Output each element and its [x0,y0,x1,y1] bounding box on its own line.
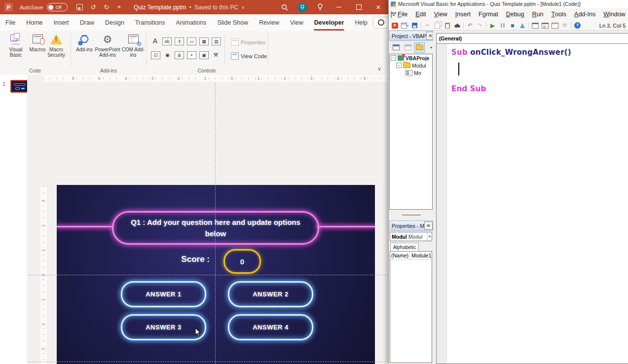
view-code-button[interactable]: View Code [231,52,267,60]
undo-icon[interactable]: ↶ [466,22,474,29]
tab-transitions[interactable]: Transitions [130,14,171,31]
dock-splitter[interactable] [389,210,433,220]
score-label[interactable]: Score : [146,255,210,264]
save-icon[interactable] [411,22,418,29]
insert-userform-icon[interactable]: ▾ [401,22,408,29]
collapse-ribbon-icon[interactable]: ∨ [377,66,381,72]
more-controls-icon[interactable]: ⚒ [212,51,220,58]
toolbox-icon[interactable]: ⚒ [561,22,568,29]
minimize-button[interactable] [329,0,349,14]
tab-developer[interactable]: Developer [309,14,349,31]
paste-icon[interactable] [443,22,451,29]
avatar[interactable] [294,0,311,14]
project-explorer-icon[interactable] [531,22,539,29]
tab-file[interactable]: File [0,14,21,31]
vba-menu-insert[interactable]: Insert [451,8,475,21]
design-mode-icon[interactable] [518,22,526,29]
tab-review[interactable]: Review [254,14,285,31]
vba-menu-view[interactable]: View [430,8,451,21]
scrollbar-control-icon[interactable]: ▤ [212,37,221,45]
break-icon[interactable] [499,22,506,29]
score-box[interactable]: 0 [223,249,261,274]
help-icon[interactable]: ? [574,22,581,29]
undo-icon[interactable]: ↺ [91,4,96,10]
code-margin-bar[interactable] [437,44,447,364]
document-title[interactable]: Quiz Template.pptm • Saved to this PC ∨ [134,4,245,11]
property-row-name[interactable]: (Name) Module1 [390,252,432,260]
slide-1-thumbnail[interactable] [10,80,29,93]
properties-button[interactable]: Properties [231,38,265,46]
view-code-icon[interactable] [391,42,401,53]
tab-slide-show[interactable]: Slide Show [212,14,254,31]
question-neon-line-left[interactable] [57,226,113,227]
tab-home[interactable]: Home [21,14,48,31]
tree-item-module1[interactable]: Mo [390,69,432,76]
search-icon[interactable] [276,0,294,14]
powerpoint-addins-button[interactable]: ⚙ PowerPoint Add-ins [94,33,121,58]
alphabetic-tab[interactable]: Alphabetic [390,243,419,252]
tab-draw[interactable]: Draw [74,14,100,31]
answer-3-button[interactable]: ANSWER 3 [121,314,206,340]
lightbulb-icon[interactable] [311,0,329,14]
answer-2-button[interactable]: ANSWER 2 [228,281,313,307]
record-button[interactable] [373,17,390,29]
question-neon-line-right[interactable] [317,226,375,227]
vba-menu-run[interactable]: Run [528,8,548,21]
listbox-control-icon[interactable]: ≣ [175,51,184,59]
horizontal-guide[interactable] [27,275,388,275]
combobox-control-icon[interactable]: ▼ [187,51,196,59]
find-icon[interactable] [453,22,461,29]
module-window-icon[interactable] [391,11,392,18]
macro-security-button[interactable]: Macro Security [43,33,69,58]
tab-help[interactable]: Help [349,14,373,31]
answer-1-button[interactable]: ANSWER 1 [121,281,206,307]
collapse-icon[interactable]: − [396,63,402,68]
command-button-control-icon[interactable]: ▭ [187,37,196,45]
run-icon[interactable]: ▶ [489,22,496,29]
autosave-toggle[interactable]: Off [47,3,68,11]
textbox-control-icon[interactable]: ab [162,37,172,45]
code-editor[interactable]: Sub onClick_WrongAnswer() End Sub [437,44,628,364]
vertical-guide[interactable] [215,83,216,364]
copy-icon[interactable] [434,22,441,29]
com-addins-button[interactable]: ⚙ COM Add-ins [120,33,146,58]
properties-object-selector[interactable]: Modul Modul ▾ [390,232,432,241]
tab-insert[interactable]: Insert [48,14,74,31]
vba-menu-add-ins[interactable]: Add-Ins [570,8,599,21]
vba-menu-debug[interactable]: Debug [502,8,528,21]
object-dropdown[interactable]: (General) [437,34,628,44]
tree-item-modules-folder[interactable]: − Modul [390,62,432,69]
collapse-icon[interactable]: − [391,55,396,61]
powerpoint-logo-icon[interactable]: P [4,3,13,11]
answer-4-button[interactable]: ANSWER 4 [228,314,313,340]
properties-window-icon[interactable] [541,22,549,29]
vba-menu-window[interactable]: Window [599,8,628,21]
toggle-folders-icon[interactable] [414,42,425,53]
redo-icon[interactable]: ↷ [476,22,483,29]
tree-item-vbaproject[interactable]: − VBAProje [390,54,432,62]
maximize-button[interactable] [349,0,369,14]
save-icon[interactable] [76,4,83,10]
option-button-control-icon[interactable]: ◉ [163,51,172,58]
horizontal-guide-bottom[interactable] [27,362,388,362]
tab-view[interactable]: View [285,14,309,31]
toggle-button-control-icon[interactable]: ▣ [199,51,209,59]
vba-menu-format[interactable]: Format [475,8,502,21]
vba-menu-tools[interactable]: Tools [547,8,570,21]
vba-menu-file[interactable]: File [394,8,411,21]
view-object-icon[interactable] [403,42,413,53]
spin-button-control-icon[interactable]: ⇕ [175,37,184,45]
tab-animations[interactable]: Animations [171,14,212,31]
question-box[interactable]: Q1 : Add your question here and update o… [112,211,319,245]
project-panel-close-icon[interactable]: ✕ [426,32,433,40]
object-browser-icon[interactable] [551,22,558,29]
label-control-icon[interactable]: A [151,37,159,44]
image-control-icon[interactable]: ▦ [199,37,209,45]
close-button[interactable]: ✕ [369,0,388,14]
redo-icon[interactable]: ↻ [104,4,110,10]
customize-qat-icon[interactable]: ≋ [117,5,121,9]
properties-panel-close-icon[interactable]: ✕ [424,221,433,230]
toolbar-overflow-icon[interactable]: ▾ [430,45,432,50]
checkbox-control-icon[interactable]: ☑ [151,51,160,59]
vba-menu-edit[interactable]: Edit [411,8,430,21]
